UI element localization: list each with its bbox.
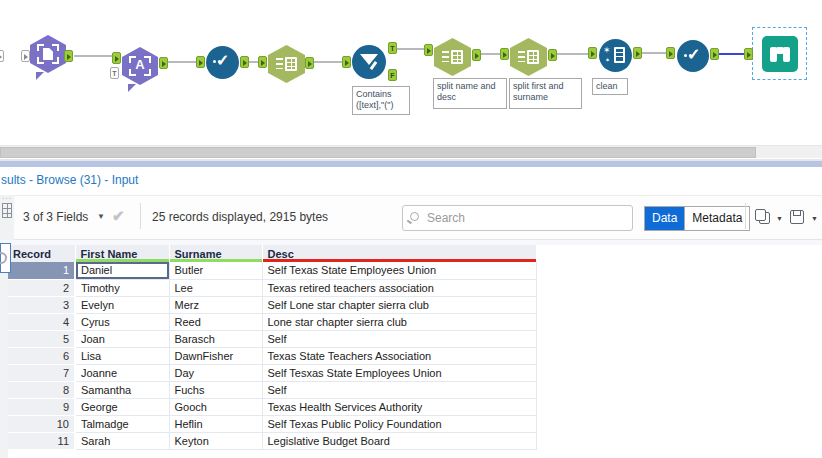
cell-viewer-toggle[interactable] (0, 243, 11, 273)
browse-tool[interactable] (762, 36, 798, 72)
desc-cell[interactable]: Texas retired teachers association (262, 279, 536, 296)
true-output-anchor[interactable]: T (388, 42, 397, 54)
input-anchor[interactable] (342, 56, 351, 68)
split-name-annotation[interactable]: split name and desc (433, 78, 507, 109)
table-row[interactable]: 2 Timothy Lee Texas retired teachers ass… (8, 279, 536, 296)
connection-wire[interactable] (314, 61, 342, 63)
input-anchor[interactable] (0, 50, 4, 62)
desc-cell[interactable]: Lone star chapter sierra club (262, 313, 536, 330)
table-row[interactable]: 11 Sarah Keyton Legislative Budget Board (8, 432, 536, 449)
first-name-cell[interactable]: Samantha (75, 381, 169, 398)
output-anchor[interactable] (472, 49, 481, 61)
clean-annotation[interactable]: clean (592, 78, 628, 95)
desc-cell[interactable]: Self Tesxas State Employees Union (262, 364, 536, 381)
first-name-cell[interactable]: Sarah (75, 432, 169, 449)
header-first-name[interactable]: First Name (75, 245, 169, 262)
image-input-tool[interactable] (30, 35, 66, 73)
false-output-anchor[interactable]: F (388, 69, 397, 81)
desc-cell[interactable]: Self Texas Public Policy Foundation (262, 415, 536, 432)
input-anchor[interactable] (500, 48, 509, 60)
first-name-cell[interactable]: Talmadge (75, 415, 169, 432)
metadata-tab[interactable]: Metadata (684, 207, 749, 230)
fields-summary-dropdown[interactable]: 3 of 3 Fields (23, 210, 88, 224)
record-cell[interactable]: 2 (8, 279, 75, 296)
surname-cell[interactable]: Merz (169, 296, 262, 313)
surname-cell[interactable]: Lee (169, 279, 262, 296)
header-surname[interactable]: Surname (169, 245, 262, 262)
record-cell[interactable]: 7 (8, 364, 75, 381)
output-anchor[interactable] (305, 57, 314, 69)
split-surname-annotation[interactable]: split first and surname (509, 78, 582, 109)
surname-cell[interactable]: Barasch (169, 330, 262, 347)
desc-cell[interactable]: Self (262, 381, 536, 398)
first-name-cell[interactable]: Lisa (75, 347, 169, 364)
table-row[interactable]: 7 Joanne Day Self Tesxas State Employees… (8, 364, 536, 381)
output-anchor[interactable] (240, 56, 249, 68)
panel-splitter[interactable] (0, 159, 822, 167)
connection-wire[interactable] (642, 52, 666, 54)
connection-wire[interactable] (557, 53, 588, 55)
record-cell[interactable]: 6 (8, 347, 75, 364)
record-cell[interactable]: 1 (8, 262, 75, 279)
first-name-cell[interactable]: Joanne (75, 364, 169, 381)
desc-cell[interactable]: Legislative Budget Board (262, 432, 536, 449)
surname-cell[interactable]: Keyton (169, 432, 262, 449)
select-tool[interactable]: ✓ (677, 40, 709, 72)
input-anchor[interactable] (666, 47, 675, 59)
desc-cell[interactable]: Texas State Teachers Association (262, 347, 536, 364)
copy-button[interactable]: ▼ (753, 208, 783, 230)
save-button[interactable]: ▼ (788, 208, 818, 230)
table-row[interactable]: 6 Lisa DawnFisher Texas State Teachers A… (8, 347, 536, 364)
connection-wire[interactable] (481, 53, 500, 55)
surname-cell[interactable]: Heflin (169, 415, 262, 432)
input-anchor[interactable] (744, 48, 753, 60)
text-to-columns-tool[interactable] (268, 45, 305, 83)
first-name-cell[interactable]: Daniel (75, 262, 169, 279)
table-view-icon[interactable] (2, 203, 12, 218)
surname-cell[interactable]: Butler (169, 262, 262, 279)
filter-annotation[interactable]: Contains ([text],"(") (352, 86, 410, 115)
first-name-cell[interactable]: George (75, 398, 169, 415)
table-row[interactable]: 4 Cyrus Reed Lone star chapter sierra cl… (8, 313, 536, 330)
search-input[interactable] (427, 207, 627, 229)
desc-cell[interactable]: Self Lone star chapter sierra club (262, 296, 536, 313)
select-tool[interactable]: ✓ (206, 46, 239, 79)
workflow-canvas[interactable]: T A ✓ T F Contains ([text],"(") (0, 0, 822, 145)
scrollbar-thumb[interactable] (0, 147, 756, 158)
connection-wire-selected[interactable] (719, 53, 744, 55)
input-anchor[interactable] (196, 56, 205, 68)
data-cleansing-tool[interactable]: ✶ ✶ (599, 39, 632, 72)
input-anchor[interactable] (588, 47, 597, 59)
surname-cell[interactable]: Fuchs (169, 381, 262, 398)
data-tab[interactable]: Data (645, 207, 684, 230)
first-name-cell[interactable]: Evelyn (75, 296, 169, 313)
record-cell[interactable]: 3 (8, 296, 75, 313)
header-desc[interactable]: Desc (262, 245, 536, 262)
surname-cell[interactable]: Gooch (169, 398, 262, 415)
output-anchor[interactable] (159, 57, 168, 69)
table-row[interactable]: 10 Talmadge Heflin Self Texas Public Pol… (8, 415, 536, 432)
text-to-columns-tool[interactable] (510, 38, 547, 76)
record-cell[interactable]: 11 (8, 432, 75, 449)
template-input-anchor[interactable]: T (110, 67, 119, 79)
record-cell[interactable]: 5 (8, 330, 75, 347)
input-anchor[interactable] (112, 52, 121, 64)
connection-wire[interactable] (249, 61, 258, 63)
table-row[interactable]: 1 Daniel Butler Self Texas State Employe… (8, 262, 536, 279)
filter-tool[interactable] (352, 45, 386, 79)
input-anchor[interactable] (21, 50, 30, 62)
connection-wire[interactable] (74, 55, 112, 57)
surname-cell[interactable]: DawnFisher (169, 347, 262, 364)
drag-handle-icon[interactable]: ··· (2, 195, 12, 202)
desc-cell[interactable]: Texas Health Services Authority (262, 398, 536, 415)
chevron-down-icon[interactable]: ▼ (97, 212, 105, 221)
output-anchor[interactable] (548, 49, 557, 61)
input-anchor[interactable] (424, 44, 433, 56)
table-row[interactable]: 3 Evelyn Merz Self Lone star chapter sie… (8, 296, 536, 313)
output-anchor[interactable] (710, 48, 719, 60)
table-row[interactable]: 8 Samantha Fuchs Self (8, 381, 536, 398)
canvas-horizontal-scrollbar[interactable] (0, 145, 822, 158)
surname-cell[interactable]: Day (169, 364, 262, 381)
first-name-cell[interactable]: Joan (75, 330, 169, 347)
output-anchor[interactable] (64, 50, 73, 62)
